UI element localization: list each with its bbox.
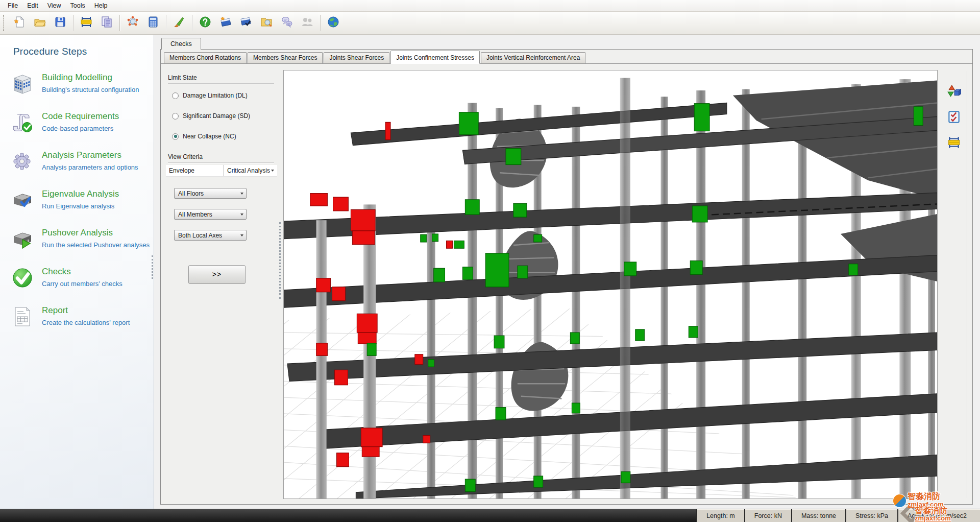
menu-file[interactable]: File bbox=[3, 1, 22, 11]
menu-tools[interactable]: Tools bbox=[66, 1, 90, 11]
checks-list-button[interactable] bbox=[945, 109, 963, 127]
sidebar-item-analysis-parameters[interactable]: Analysis ParametersAnalysis parameters a… bbox=[11, 150, 150, 173]
beam-section-button[interactable] bbox=[945, 134, 963, 153]
building-modeller-button[interactable] bbox=[76, 13, 96, 33]
sidebar-item-code-requirements[interactable]: Code RequirementsCode-based parameters bbox=[11, 111, 150, 134]
subtab-joints-vertical-reinforcement-area[interactable]: Joints Vertical Reinforcement Area bbox=[481, 52, 585, 63]
deformed-shape-button[interactable] bbox=[945, 83, 963, 102]
toolbar-separator bbox=[73, 15, 74, 31]
examples-button[interactable] bbox=[256, 13, 277, 33]
tab-checks[interactable]: Checks bbox=[161, 38, 201, 50]
status-bar: Length: m Force: kN Mass: tonne Stress: … bbox=[0, 509, 980, 522]
building-icon bbox=[11, 73, 34, 95]
radio-label: Damage Limitation (DL) bbox=[183, 92, 248, 99]
community-button[interactable] bbox=[297, 13, 317, 33]
model-3d-viewport[interactable] bbox=[283, 70, 938, 499]
status-length-unit: Length: m bbox=[696, 509, 744, 522]
envelope-field[interactable]: Envelope bbox=[166, 165, 224, 176]
axes-dropdown[interactable]: Both Local Axes bbox=[174, 230, 247, 241]
status-acceleration-unit: Acceleration: m/sec2 bbox=[897, 509, 980, 522]
verification-report-button[interactable] bbox=[236, 13, 256, 33]
report-doc-icon bbox=[100, 15, 113, 31]
toolbar-grip[interactable] bbox=[3, 15, 6, 31]
sidebar-item-title: Analysis Parameters bbox=[42, 150, 138, 160]
help-button[interactable] bbox=[195, 13, 215, 33]
checks-subtabs: Members Chord Rotations Members Shear Fo… bbox=[161, 50, 972, 64]
open-project-button[interactable] bbox=[30, 13, 50, 33]
subtab-members-chord-rotations[interactable]: Members Chord Rotations bbox=[164, 52, 247, 63]
report-page-icon bbox=[11, 305, 34, 328]
sidebar-item-title: Eigenvalue Analysis bbox=[42, 189, 119, 199]
toolbar-separator bbox=[166, 15, 166, 31]
apply-button[interactable]: >> bbox=[188, 265, 246, 284]
radio-circle[interactable] bbox=[172, 133, 179, 140]
radio-near-collapse[interactable]: Near Collapse (NC) bbox=[172, 133, 274, 140]
new-project-button[interactable] bbox=[9, 13, 30, 33]
book-star-icon bbox=[219, 15, 232, 31]
subtab-joints-shear-forces[interactable]: Joints Shear Forces bbox=[324, 52, 389, 63]
radio-damage-limitation[interactable]: Damage Limitation (DL) bbox=[172, 92, 274, 99]
save-project-button[interactable] bbox=[50, 13, 70, 33]
radio-significant-damage[interactable]: Significant Damage (SD) bbox=[172, 112, 274, 120]
floors-dropdown[interactable]: All Floors bbox=[174, 188, 247, 199]
radio-label: Near Collapse (NC) bbox=[183, 133, 236, 140]
toolbar-separator bbox=[192, 15, 192, 31]
critical-analysis-dropdown[interactable]: Critical Analysis bbox=[224, 165, 277, 176]
calculator-button[interactable] bbox=[143, 13, 163, 33]
axes-value: Both Local Axes bbox=[178, 232, 222, 239]
building-model-render bbox=[284, 70, 937, 499]
members-dropdown[interactable]: All Members bbox=[174, 209, 247, 220]
tab-row: Checks bbox=[160, 38, 973, 50]
user-manual-button[interactable] bbox=[215, 13, 236, 33]
sidebar-item-checks[interactable]: ChecksCarry out members' checks bbox=[11, 267, 150, 289]
chevron-down-icon bbox=[271, 170, 274, 172]
floors-value: All Floors bbox=[178, 190, 204, 197]
radio-circle[interactable] bbox=[172, 92, 179, 99]
chevron-down-icon bbox=[240, 213, 243, 216]
toolbar-separator bbox=[320, 15, 321, 31]
subtab-joints-confinement-stresses[interactable]: Joints Confinement Stresses bbox=[390, 51, 480, 64]
forum-button[interactable] bbox=[277, 13, 297, 33]
sidebar-item-subtitle: Run Eigenvalue analysis bbox=[42, 202, 119, 210]
code-scroll-icon bbox=[11, 111, 34, 134]
radio-circle[interactable] bbox=[172, 113, 179, 120]
critical-analysis-value: Critical Analysis bbox=[227, 167, 270, 174]
main-toolbar bbox=[0, 12, 980, 35]
people-icon bbox=[301, 15, 314, 31]
subtab-members-shear-forces[interactable]: Members Shear Forces bbox=[248, 52, 323, 63]
menu-help[interactable]: Help bbox=[90, 1, 112, 11]
deformed-shape-icon bbox=[947, 84, 961, 101]
new-file-icon bbox=[13, 15, 26, 31]
display-options-button[interactable] bbox=[169, 13, 189, 33]
sidebar-item-subtitle: Code-based parameters bbox=[42, 125, 119, 132]
checks-panel: Members Chord Rotations Members Shear Fo… bbox=[160, 49, 973, 505]
check-circle-icon bbox=[11, 267, 34, 289]
website-button[interactable] bbox=[323, 13, 344, 33]
comments-icon bbox=[280, 15, 293, 31]
open-folder-icon bbox=[33, 15, 46, 31]
envelope-value: Envelope bbox=[169, 167, 194, 174]
application-window: File Edit View Tools Help bbox=[0, 0, 980, 522]
sidebar-item-report[interactable]: ReportCreate the calculations' report bbox=[11, 305, 150, 328]
gear-icon bbox=[11, 150, 34, 173]
view-criteria-row: Envelope Critical Analysis bbox=[166, 165, 277, 177]
sidebar-item-subtitle: Create the calculations' report bbox=[42, 319, 130, 326]
menu-view[interactable]: View bbox=[43, 1, 66, 11]
sidebar-item-building-modelling[interactable]: Building ModellingBuilding's structural … bbox=[11, 73, 150, 95]
panel-splitter[interactable] bbox=[277, 69, 283, 500]
menu-edit[interactable]: Edit bbox=[22, 1, 43, 11]
sidebar-item-pushover-analysis[interactable]: Pushover AnalysisRun the selected Pushov… bbox=[11, 228, 150, 250]
sidebar-item-eigenvalue-analysis[interactable]: Eigenvalue AnalysisRun Eigenvalue analys… bbox=[11, 189, 150, 211]
sidebar-item-title: Report bbox=[42, 305, 130, 316]
panel-body: Limit State Damage Limitation (DL) Signi… bbox=[161, 64, 972, 504]
radio-label: Significant Damage (SD) bbox=[183, 112, 250, 120]
report-button[interactable] bbox=[96, 13, 117, 33]
view-3d-model-button[interactable] bbox=[122, 13, 143, 33]
staircase-right bbox=[733, 81, 937, 281]
status-mass-unit: Mass: tonne bbox=[791, 509, 845, 522]
book-check-icon bbox=[239, 15, 253, 31]
folder-search-icon bbox=[260, 15, 273, 31]
members-value: All Members bbox=[178, 211, 212, 218]
limit-state-group-label: Limit State bbox=[168, 74, 274, 84]
controls-column: Limit State Damage Limitation (DL) Signi… bbox=[166, 69, 277, 500]
